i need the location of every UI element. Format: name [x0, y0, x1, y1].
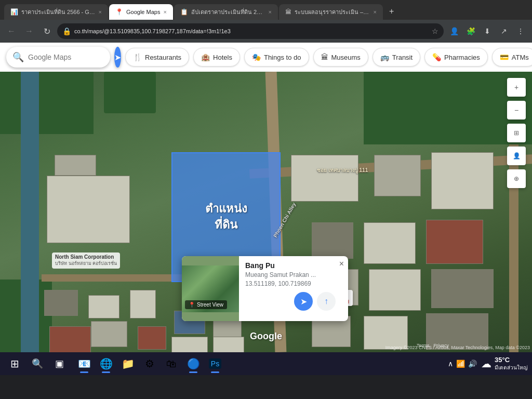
chip-transit[interactable]: 🚌 Transit — [373, 48, 420, 66]
chip-hotels-label: Hotels — [213, 54, 232, 61]
refresh-button[interactable]: ↻ — [39, 24, 54, 38]
popup-subtitle: Mueang Samut Prakan ... — [245, 271, 342, 278]
download-icon[interactable]: ⬇ — [480, 24, 495, 38]
tab-2[interactable]: 📍 Google Maps × — [109, 4, 173, 20]
trees-top-left — [0, 72, 94, 134]
trees-top-center — [104, 72, 156, 113]
road-label-top: ซอย เทศบาลบางปู 111 — [317, 166, 368, 174]
chip-atms[interactable]: 💳 ATMs — [492, 48, 532, 66]
address-bar-container[interactable]: 🔒 co.th/maps/@13.5109835,100.7198277,187… — [57, 23, 444, 39]
chip-museums-label: Museums — [331, 54, 361, 61]
taskbar-app-outlook[interactable]: 📧 — [74, 353, 95, 374]
weather-desc: มีเดตส่วนใหญ่ — [495, 364, 528, 371]
tab-3[interactable]: 📋 อัปเดตราคาประเมินที่ดิน 2566 ราคาที่..… — [174, 4, 278, 20]
maps-chips: 🍴 Restaurants 🏨 Hotels 🎭 Things to do 🏛 … — [125, 48, 532, 66]
street-view-badge[interactable]: 📍 Street View — [185, 300, 227, 309]
chip-restaurants-label: Restaurants — [145, 54, 181, 61]
chip-hotels[interactable]: 🏨 Hotels — [193, 48, 240, 66]
popup-share-icon: ↑ — [324, 297, 328, 306]
tab-1-favicon: 📊 — [10, 8, 18, 16]
forward-button[interactable]: → — [22, 24, 36, 38]
taskbar: ⊞ 🔍 ▣ 📧 🌐 📁 ⚙ 🛍 🔵 Ps — [0, 352, 532, 375]
new-tab-button[interactable]: + — [384, 4, 399, 19]
map-popup: × 📍 Street View Bang Pu Mueang Samut Pra… — [182, 256, 348, 321]
star-icon[interactable]: ☆ — [432, 27, 438, 35]
terms-link[interactable]: Terms — [417, 343, 430, 348]
tab-1-close[interactable]: × — [99, 9, 102, 15]
extensions-icon[interactable]: 🧩 — [463, 24, 478, 38]
directions-button[interactable]: ➤ — [114, 47, 121, 68]
tab-1-title: ราคาประเมินที่ดิน 2566 - Google S... — [21, 7, 96, 17]
privacy-link[interactable]: Privacy — [433, 343, 449, 348]
taskbar-app-settings[interactable]: ⚙ — [139, 353, 160, 374]
taskbar-app-photoshop[interactable]: Ps — [205, 353, 225, 374]
north-siam-thai: บริษัท นอร์ทสยาม คอร์ปอเรชั่น — [55, 260, 117, 267]
popup-share-button[interactable]: ↑ — [317, 292, 336, 311]
system-tray: ∧ 📶 🔊 — [448, 360, 477, 368]
zoom-in-button[interactable]: + — [507, 78, 526, 97]
task-view-button[interactable]: ▣ — [49, 353, 70, 374]
weather-temp: 35°C — [495, 356, 528, 364]
taskbar-app-file-explorer[interactable]: 📁 — [117, 353, 138, 374]
zoom-out-button[interactable]: − — [507, 101, 526, 119]
taskbar-app-store[interactable]: 🛍 — [161, 353, 182, 374]
map-links: Terms Privacy — [417, 343, 449, 348]
outlook-icon: 📧 — [78, 357, 91, 370]
chip-transit-label: Transit — [392, 54, 413, 61]
tab-bar: 📊 ราคาประเมินที่ดิน 2566 - Google S... ×… — [0, 0, 532, 20]
tab-2-close[interactable]: × — [163, 9, 166, 15]
hotels-icon: 🏨 — [201, 53, 210, 61]
building-red-roof-1 — [49, 326, 91, 352]
search-icon: 🔍 — [12, 51, 24, 63]
north-siam-name: North Siam Corporation — [55, 254, 117, 260]
volume-icon[interactable]: 🔊 — [468, 360, 477, 368]
chip-things-to-do[interactable]: 🎭 Things to do — [244, 48, 309, 66]
windows-icon: ⊞ — [10, 357, 19, 370]
show-hidden-icon[interactable]: ∧ — [448, 360, 453, 368]
popup-directions-button[interactable]: ➤ — [294, 292, 313, 311]
search-button[interactable]: 🔍 — [27, 353, 48, 374]
start-button[interactable]: ⊞ — [4, 354, 25, 373]
building-lower-3 — [91, 321, 127, 347]
street-view-label: Street View — [197, 302, 223, 308]
profile-icon[interactable]: 👤 — [447, 24, 461, 38]
tab-4[interactable]: 🏛 ระบบผลอนุรราคาประเมิน – กรมธนาร... × — [279, 4, 383, 20]
popup-image-inner: 📍 Street View — [182, 265, 239, 312]
chip-pharmacies-label: Pharmacies — [444, 54, 480, 61]
share-page-icon[interactable]: ↗ — [497, 24, 511, 38]
popup-image: 📍 Street View — [182, 256, 239, 321]
task-view-icon: ▣ — [55, 358, 64, 369]
network-icon[interactable]: 📶 — [456, 360, 465, 368]
chip-museums[interactable]: 🏛 Museums — [313, 48, 368, 66]
taskbar-app-chrome[interactable]: 🔵 — [183, 353, 204, 374]
tab-1[interactable]: 📊 ราคาประเมินที่ดิน 2566 - Google S... × — [4, 4, 108, 20]
tab-4-close[interactable]: × — [373, 9, 376, 15]
menu-icon[interactable]: ⋮ — [513, 24, 528, 38]
street-view-button[interactable]: 👤 — [507, 147, 526, 165]
directions-icon: ➤ — [114, 52, 121, 62]
map-container[interactable]: ตำแหน่ง ที่ดิน ซอย เทศบาลบางปู 111 North… — [0, 72, 532, 352]
search-input[interactable] — [28, 53, 101, 61]
taskbar-app-edge[interactable]: 🌐 — [96, 353, 116, 374]
building-right-4 — [312, 222, 353, 259]
back-button[interactable]: ← — [4, 24, 19, 38]
chip-restaurants[interactable]: 🍴 Restaurants — [125, 48, 189, 66]
search-box[interactable]: 🔍 — [6, 47, 110, 68]
edge-icon: 🌐 — [100, 357, 113, 370]
location-button[interactable]: ⊕ — [507, 169, 526, 188]
search-taskbar-icon: 🔍 — [32, 358, 43, 369]
building-lower-2 — [88, 295, 119, 318]
thai-label: ตำแหน่ง ที่ดิน — [205, 201, 247, 233]
weather-info: 35°C มีเดตส่วนใหญ่ — [495, 356, 528, 371]
building-mid-center — [130, 290, 156, 318]
map-attribution: Imagery ©2023 CNES / Airbus, Maxar Techn… — [385, 345, 530, 350]
map-layers-button[interactable]: ⊞ — [507, 124, 526, 142]
popup-close-button[interactable]: × — [339, 259, 344, 269]
building-red-roof-2 — [138, 326, 166, 350]
weather-widget[interactable]: ☁ 35°C มีเดตส่วนใหญ่ — [481, 356, 528, 371]
tab-3-close[interactable]: × — [268, 9, 271, 15]
popup-directions-icon: ➤ — [300, 297, 307, 307]
taskbar-right: ∧ 📶 🔊 ☁ 35°C มีเดตส่วนใหญ่ — [448, 356, 528, 371]
chip-pharmacies[interactable]: 💊 Pharmacies — [424, 48, 488, 66]
tab-3-title: อัปเดตราคาประเมินที่ดิน 2566 ราคาที่... — [191, 7, 265, 17]
